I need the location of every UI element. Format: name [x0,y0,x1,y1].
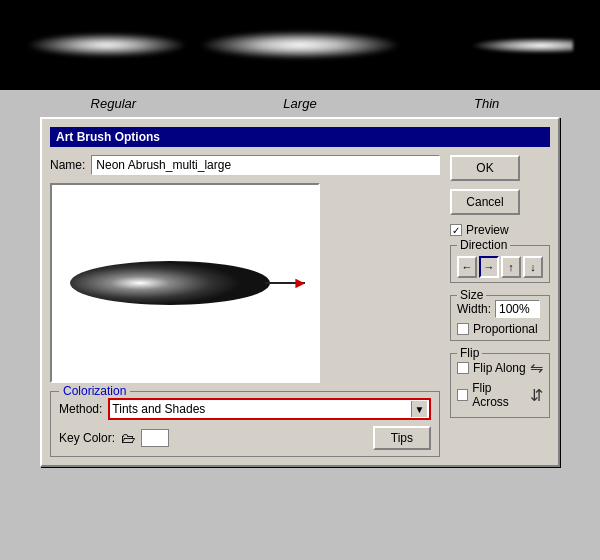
dir-down-button[interactable]: ↓ [523,256,543,278]
dir-up-button[interactable]: ↑ [501,256,521,278]
flip-across-label: Flip Across [472,381,526,409]
left-panel: Name: [50,155,440,457]
direction-section: Direction ← → ↑ ↓ [450,245,550,283]
color-swatch[interactable] [141,429,169,447]
tips-button[interactable]: Tips [373,426,431,450]
method-select-arrow-icon: ▼ [411,401,427,417]
key-color-label: Key Color: [59,431,115,445]
method-row: Method: Tints and Shades ▼ [59,398,431,420]
art-brush-options-dialog: Art Brush Options Name: [40,117,560,467]
direction-buttons: ← → ↑ ↓ [457,256,543,278]
brush-thin-preview [413,33,573,58]
proportional-row: Proportional [457,322,543,336]
label-thin: Thin [407,96,567,111]
method-select-text: Tints and Shades [112,402,411,416]
colorization-legend: Colorization [59,384,130,398]
method-label: Method: [59,402,102,416]
flip-across-checkbox[interactable] [457,389,468,401]
flip-section: Flip Flip Along ⇋ Flip Across ⇵ [450,353,550,418]
size-legend: Size [457,288,486,302]
flip-along-row: Flip Along ⇋ [457,358,543,377]
size-section: Size Width: Proportional [450,295,550,341]
dialog-body: Name: [50,155,550,457]
flip-along-label: Flip Along [473,361,526,375]
brush-canvas: ► [50,183,320,383]
brush-labels-row: Regular Large Thin [0,90,600,117]
direction-legend: Direction [457,238,510,252]
brush-thin-shape [413,33,573,58]
preview-row: ✓ Preview [450,223,550,237]
name-row: Name: [50,155,440,175]
name-input[interactable] [91,155,440,175]
proportional-checkbox[interactable] [457,323,469,335]
dir-right-button[interactable]: → [479,256,499,278]
svg-point-0 [70,261,270,305]
flip-legend: Flip [457,346,482,360]
top-banner [0,0,600,90]
flip-along-checkbox[interactable] [457,362,469,374]
width-input[interactable] [495,300,540,318]
brush-large-shape [200,25,400,65]
width-label: Width: [457,302,491,316]
brush-regular-shape [27,30,187,60]
eyedropper-icon[interactable]: 🗁 [121,430,135,446]
flip-across-icon: ⇵ [530,386,543,405]
dialog-title: Art Brush Options [50,127,550,147]
brush-regular-preview [27,30,187,60]
width-row: Width: [457,300,543,318]
arrow-right: ► [292,274,308,292]
right-panel: OK Cancel ✓ Preview Direction ← → ↑ ↓ Si… [450,155,550,457]
key-color-row: Key Color: 🗁 Tips [59,426,431,450]
brush-shape-svg [60,243,310,323]
cancel-button[interactable]: Cancel [450,189,520,215]
brush-large-preview [200,25,400,65]
ok-button[interactable]: OK [450,155,520,181]
label-regular: Regular [33,96,193,111]
proportional-label: Proportional [473,322,538,336]
colorization-section: Colorization Method: Tints and Shades ▼ … [50,391,440,457]
preview-checkbox[interactable]: ✓ [450,224,462,236]
brush-canvas-inner: ► [52,185,318,381]
flip-along-icon: ⇋ [530,358,543,377]
flip-across-row: Flip Across ⇵ [457,381,543,409]
name-label: Name: [50,158,85,172]
dir-left-button[interactable]: ← [457,256,477,278]
method-select[interactable]: Tints and Shades ▼ [108,398,431,420]
preview-label: Preview [466,223,509,237]
label-large: Large [220,96,380,111]
